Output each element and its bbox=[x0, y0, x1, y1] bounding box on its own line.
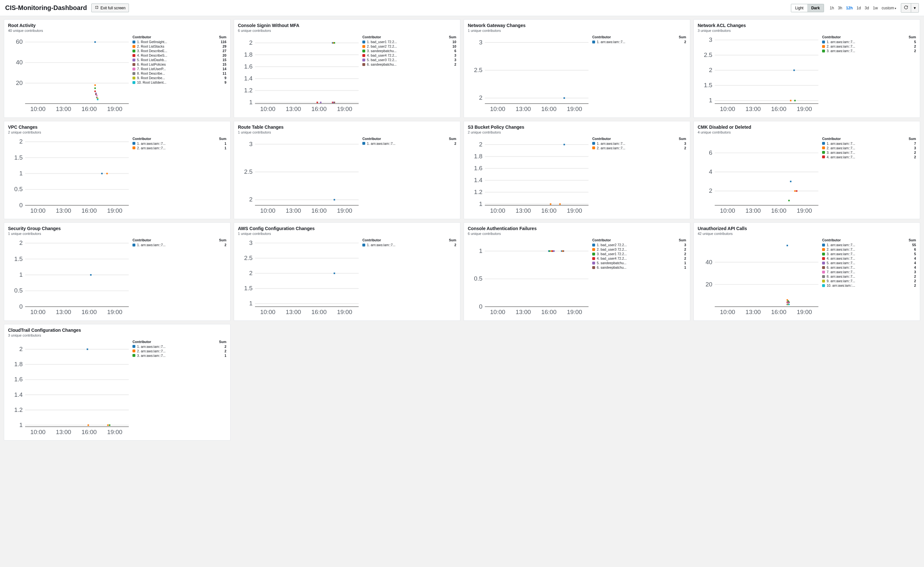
legend-row[interactable]: 4. bad_user4 72.2...3 bbox=[362, 53, 456, 58]
range-custom[interactable]: custom▾ bbox=[882, 6, 896, 10]
legend-row[interactable]: 2. arn:aws:iam::7...2 bbox=[822, 44, 916, 48]
legend-row[interactable]: 3. arn:aws:iam::7...5 bbox=[822, 252, 916, 256]
legend-series-sum: 2 bbox=[454, 243, 456, 247]
chart-area[interactable]: 11.21.41.61.8210:0013:0016:0019:00 bbox=[238, 35, 360, 115]
legend-row[interactable]: 5. Root ListDashb...15 bbox=[132, 58, 226, 62]
legend-series-name: 6. Root ListPolicies bbox=[137, 62, 220, 66]
legend-row[interactable]: 1. arn:aws:iam::7...2 bbox=[592, 39, 686, 44]
chart-area[interactable]: 00.511.5210:0013:0016:0019:00 bbox=[8, 136, 130, 217]
range-3d[interactable]: 3d bbox=[865, 6, 869, 10]
legend-series-name: 2. bad_user3 72.2... bbox=[597, 247, 682, 251]
legend-row[interactable]: 9. Root Describe...9 bbox=[132, 76, 226, 80]
chart-area[interactable]: 11.21.41.61.8210:0013:0016:0019:00 bbox=[468, 136, 590, 217]
chart-area[interactable]: 24610:0013:0016:0019:00 bbox=[698, 136, 819, 217]
range-12h[interactable]: 12h bbox=[846, 6, 853, 10]
legend-row[interactable]: 4. Root DescribeS...20 bbox=[132, 53, 226, 58]
panel-root-activity: Root Activity40 unique contributors20406… bbox=[4, 19, 231, 118]
legend: ContributorSum1. Root GetInsight...1162.… bbox=[132, 35, 226, 115]
legend-row[interactable]: 2. arn:aws:iam::7...3 bbox=[822, 146, 916, 150]
legend-row[interactable]: 2. Root ListStacks29 bbox=[132, 44, 226, 48]
chart-area[interactable]: 11.522.5310:0013:0016:0019:00 bbox=[698, 35, 819, 115]
legend-row[interactable]: 8. arn:aws:iam::7...2 bbox=[822, 274, 916, 279]
legend-series-name: 9. arn:aws:iam::7... bbox=[826, 279, 912, 283]
legend-row[interactable]: 6. arn:aws:iam::7...4 bbox=[822, 265, 916, 270]
panel-subtitle: 1 unique contributors bbox=[468, 29, 686, 33]
legend-series-name: 1. bad_user1 72.2... bbox=[367, 40, 450, 44]
legend-row[interactable]: 1. arn:aws:iam::7...2 bbox=[132, 344, 226, 349]
legend-row[interactable]: 7. arn:aws:iam::7...3 bbox=[822, 270, 916, 274]
legend-row[interactable]: 7. Root ListUserP...14 bbox=[132, 67, 226, 71]
svg-text:13:00: 13:00 bbox=[746, 105, 760, 112]
theme-dark-button[interactable]: Dark bbox=[807, 4, 824, 12]
legend-row[interactable]: 2. arn:aws:iam::7...2 bbox=[132, 349, 226, 353]
legend-series-sum: 2 bbox=[224, 349, 226, 353]
legend-header-sum: Sum bbox=[909, 238, 916, 242]
legend-swatch bbox=[362, 45, 365, 48]
legend-series-sum: 3 bbox=[684, 243, 686, 247]
legend-row[interactable]: 6. sandeepbatchu...1 bbox=[592, 265, 686, 270]
legend-series-name: 4. Root DescribeS... bbox=[137, 53, 220, 57]
legend-row[interactable]: 6. sandeepbatchu...2 bbox=[362, 62, 456, 67]
legend-row[interactable]: 9. arn:aws:iam::7...2 bbox=[822, 279, 916, 283]
legend-row[interactable]: 4. arn:aws:iam::7...4 bbox=[822, 256, 916, 261]
range-1d[interactable]: 1d bbox=[856, 6, 861, 10]
refresh-button[interactable] bbox=[901, 3, 911, 12]
range-1w[interactable]: 1w bbox=[873, 6, 878, 10]
legend-row[interactable]: 4. bad_user4 72.2...2 bbox=[592, 256, 686, 261]
chart-area[interactable]: 11.21.41.61.8210:0013:0016:0019:00 bbox=[8, 339, 130, 438]
chart-area[interactable]: 20406010:0013:0016:0019:00 bbox=[8, 35, 130, 115]
legend-row[interactable]: 1. arn:aws:iam::7...5 bbox=[822, 39, 916, 44]
legend-row[interactable]: 2. arn:aws:iam::7...6 bbox=[822, 247, 916, 252]
chart-area[interactable]: 00.5110:0013:0016:0019:00 bbox=[468, 238, 590, 318]
legend-row[interactable]: 5. sandeepbatchu...1 bbox=[592, 261, 686, 265]
legend-row[interactable]: 5. arn:aws:iam::7...4 bbox=[822, 261, 916, 265]
legend-row[interactable]: 1. bad_user1 72.2...10 bbox=[362, 39, 456, 44]
legend-row[interactable]: 3. sandeepbatchu...6 bbox=[362, 48, 456, 53]
legend-row[interactable]: 1. arn:aws:iam::7...2 bbox=[362, 141, 456, 146]
theme-light-button[interactable]: Light bbox=[791, 4, 807, 12]
legend-row[interactable]: 2. bad_user2 72.2...10 bbox=[362, 44, 456, 48]
svg-text:2: 2 bbox=[249, 270, 253, 277]
legend-row[interactable]: 2. arn:aws:iam::7...1 bbox=[132, 146, 226, 150]
legend-row[interactable]: 3. arn:aws:iam::7...2 bbox=[822, 48, 916, 53]
chart-area[interactable]: 204010:0013:0016:0019:00 bbox=[698, 238, 819, 318]
panel-vpc-changes: VPC Changes2 unique contributors00.511.5… bbox=[4, 121, 231, 220]
legend-header-sum: Sum bbox=[219, 35, 226, 39]
legend-header-contributor: Contributor bbox=[592, 238, 679, 242]
legend-row[interactable]: 1. arn:aws:iam::7...3 bbox=[592, 141, 686, 146]
legend-row[interactable]: 1. arn:aws:iam::7...7 bbox=[822, 141, 916, 146]
svg-text:1.5: 1.5 bbox=[14, 256, 22, 262]
legend-swatch bbox=[822, 257, 825, 260]
range-3h[interactable]: 3h bbox=[838, 6, 842, 10]
svg-text:13:00: 13:00 bbox=[56, 308, 71, 315]
chart-area[interactable]: 22.5310:0013:0016:0019:00 bbox=[468, 35, 590, 115]
legend-row[interactable]: 2. arn:aws:iam::7...2 bbox=[592, 146, 686, 150]
legend-row[interactable]: 8. Root Describe...11 bbox=[132, 71, 226, 76]
legend-row[interactable]: 2. bad_user3 72.2...2 bbox=[592, 247, 686, 252]
legend-row[interactable]: 6. Root ListPolicies15 bbox=[132, 62, 226, 67]
legend-row[interactable]: 3. arn:aws:iam::7...1 bbox=[132, 353, 226, 358]
legend-row[interactable]: 1. Root GetInsight...116 bbox=[132, 39, 226, 44]
svg-text:10:00: 10:00 bbox=[490, 308, 505, 315]
legend-row[interactable]: 5. bad_user3 72.2...3 bbox=[362, 58, 456, 62]
legend-row[interactable]: 1. arn:aws:iam::7...2 bbox=[132, 243, 226, 247]
chart-area[interactable]: 00.511.5210:0013:0016:0019:00 bbox=[8, 238, 130, 318]
legend-header-contributor: Contributor bbox=[362, 238, 449, 242]
range-1h[interactable]: 1h bbox=[830, 6, 834, 10]
legend-row[interactable]: 1. arn:aws:iam::7...55 bbox=[822, 243, 916, 247]
chart-area[interactable]: 11.522.5310:0013:0016:0019:00 bbox=[238, 238, 360, 318]
legend-row[interactable]: 10. arn:aws:iam::...2 bbox=[822, 283, 916, 288]
legend-row[interactable]: 1. arn:aws:iam::7...1 bbox=[132, 141, 226, 146]
refresh-menu-button[interactable]: ▾ bbox=[911, 3, 918, 12]
svg-rect-229 bbox=[87, 424, 89, 426]
chart-area[interactable]: 22.5310:0013:0016:0019:00 bbox=[238, 136, 360, 217]
legend-row[interactable]: 3. Root DescribeE...27 bbox=[132, 48, 226, 53]
svg-text:19:00: 19:00 bbox=[337, 308, 352, 315]
legend-row[interactable]: 3. arn:aws:iam::7...2 bbox=[822, 150, 916, 155]
legend-row[interactable]: 1. arn:aws:iam::7...2 bbox=[362, 243, 456, 247]
legend-row[interactable]: 4. arn:aws:iam::7...2 bbox=[822, 155, 916, 159]
exit-fullscreen-button[interactable]: Exit full screen bbox=[91, 3, 129, 12]
legend-row[interactable]: 10. Root ListIdent...9 bbox=[132, 80, 226, 85]
legend-row[interactable]: 3. bad_user1 72.2...2 bbox=[592, 252, 686, 256]
legend-row[interactable]: 1. bad_user2 72.2...3 bbox=[592, 243, 686, 247]
